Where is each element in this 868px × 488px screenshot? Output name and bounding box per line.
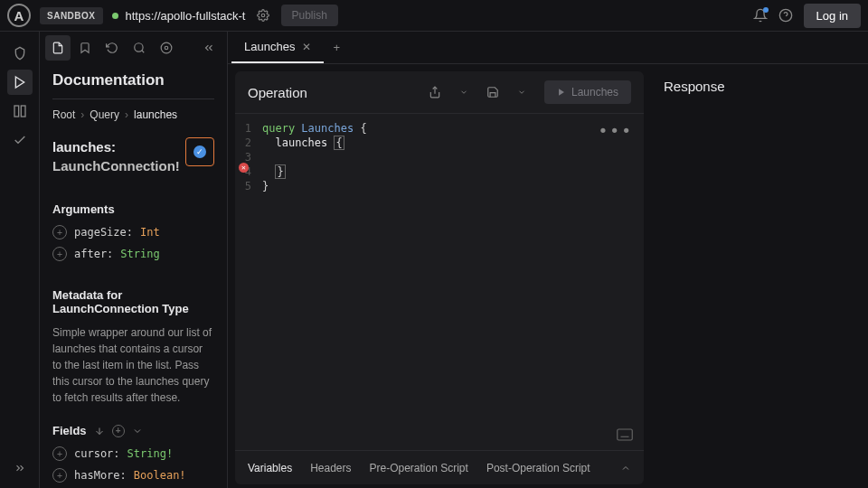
connection-status-dot xyxy=(112,13,118,19)
publish-button[interactable]: Publish xyxy=(281,5,338,26)
close-tab-icon[interactable]: ✕ xyxy=(302,41,311,53)
rail-schema[interactable] xyxy=(7,41,33,66)
doc-collapse-button[interactable] xyxy=(196,35,222,61)
response-title: Response xyxy=(664,79,852,94)
argument-row[interactable]: + pageSize: Int xyxy=(52,225,214,239)
svg-point-6 xyxy=(135,43,143,52)
rail-checks[interactable] xyxy=(7,127,33,153)
doc-tab-docs[interactable] xyxy=(45,35,71,61)
notification-dot xyxy=(763,7,769,13)
add-all-fields-icon[interactable]: + xyxy=(112,425,125,437)
bottom-tab-headers[interactable]: Headers xyxy=(310,462,351,474)
endpoint-url-input[interactable] xyxy=(126,9,252,23)
sort-icon[interactable] xyxy=(94,426,105,436)
rail-expand[interactable] xyxy=(7,455,33,481)
svg-point-8 xyxy=(165,46,168,50)
keyboard-shortcuts-icon[interactable] xyxy=(617,428,633,441)
svg-marker-12 xyxy=(559,89,564,96)
documentation-title: Documentation xyxy=(52,71,214,99)
fields-heading: Fields + xyxy=(52,424,214,437)
chevron-right-icon: › xyxy=(80,108,84,121)
breadcrumb-launches: launches xyxy=(134,108,177,121)
metadata-description: Simple wrapper around our list of launch… xyxy=(52,324,214,406)
bottom-tab-variables[interactable]: Variables xyxy=(248,462,292,474)
check-icon: ✓ xyxy=(193,145,206,158)
metadata-heading: Metadata for LaunchConnection Type xyxy=(52,288,214,315)
svg-marker-3 xyxy=(15,77,24,88)
run-operation-button[interactable]: Launches xyxy=(544,80,631,104)
new-tab-button[interactable]: + xyxy=(324,41,349,54)
chevron-down-icon[interactable] xyxy=(132,426,143,436)
add-icon[interactable]: + xyxy=(52,468,67,483)
sandbox-badge: SANDBOX xyxy=(40,7,103,24)
apollo-logo[interactable] xyxy=(7,4,31,27)
bottom-tab-pre-script[interactable]: Pre-Operation Script xyxy=(370,462,468,474)
tab-label: Launches xyxy=(244,40,295,53)
svg-rect-13 xyxy=(618,429,633,440)
query-editor[interactable]: ••• ✕ 1query Launches { 2 launches { 3 4… xyxy=(235,114,644,450)
expand-bottom-panel-icon[interactable] xyxy=(620,463,631,474)
operation-title: Operation xyxy=(248,85,307,100)
svg-point-0 xyxy=(261,14,265,17)
chevron-right-icon: › xyxy=(125,108,128,121)
add-icon[interactable]: + xyxy=(52,446,67,461)
field-heading: launches:LaunchConnection! xyxy=(52,137,180,175)
bottom-tab-post-script[interactable]: Post-Operation Script xyxy=(486,462,590,474)
save-icon[interactable] xyxy=(481,86,505,99)
field-row[interactable]: + cursor: String! xyxy=(52,446,214,461)
rail-diff[interactable] xyxy=(7,99,33,124)
doc-tab-history[interactable] xyxy=(99,35,125,61)
more-menu-icon[interactable]: ••• xyxy=(598,121,633,140)
svg-rect-5 xyxy=(21,106,25,117)
doc-tab-search[interactable] xyxy=(127,35,152,61)
argument-row[interactable]: + after: String xyxy=(52,247,214,261)
save-chevron-icon[interactable] xyxy=(510,88,533,97)
doc-tab-bookmark[interactable] xyxy=(72,35,98,61)
notifications-icon[interactable] xyxy=(753,8,768,23)
error-marker-icon[interactable]: ✕ xyxy=(239,163,249,173)
breadcrumb: Root › Query › launches xyxy=(52,108,214,121)
help-icon[interactable] xyxy=(778,8,793,23)
operation-tab[interactable]: Launches ✕ xyxy=(231,32,324,63)
share-icon[interactable] xyxy=(423,86,447,99)
field-row[interactable]: + hasMore: Boolean! xyxy=(52,468,214,483)
svg-line-7 xyxy=(142,51,145,53)
login-button[interactable]: Log in xyxy=(804,4,861,28)
share-chevron-icon[interactable] xyxy=(452,88,476,97)
breadcrumb-query[interactable]: Query xyxy=(90,108,119,121)
field-toggle-button[interactable]: ✓ xyxy=(185,137,214,166)
rail-explorer[interactable] xyxy=(7,70,33,95)
svg-point-9 xyxy=(161,42,172,53)
add-icon[interactable]: + xyxy=(52,225,67,239)
endpoint-settings-button[interactable] xyxy=(252,9,274,22)
arguments-heading: Arguments xyxy=(52,202,214,216)
svg-rect-4 xyxy=(14,106,19,117)
doc-tab-settings[interactable] xyxy=(154,35,179,61)
breadcrumb-root[interactable]: Root xyxy=(52,108,75,121)
add-icon[interactable]: + xyxy=(52,247,67,261)
